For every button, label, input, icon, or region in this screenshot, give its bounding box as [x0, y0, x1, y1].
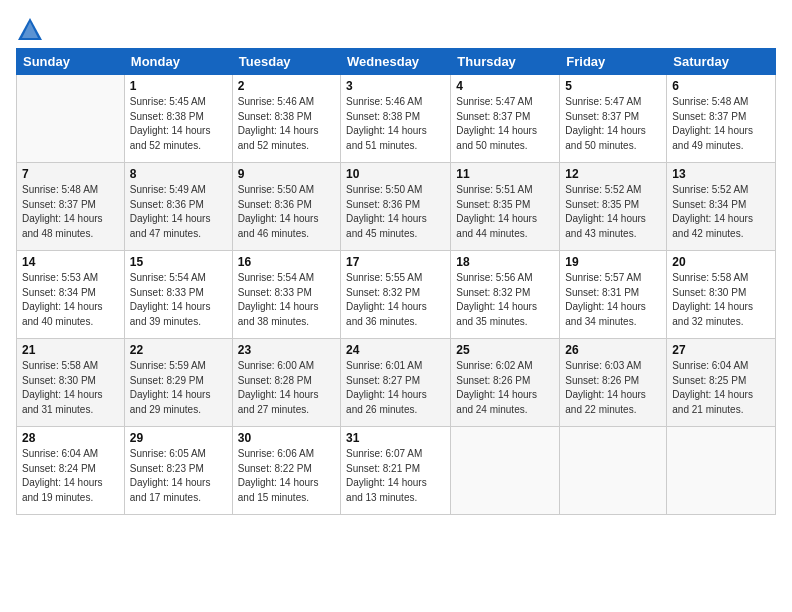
calendar-header: SundayMondayTuesdayWednesdayThursdayFrid…	[17, 49, 776, 75]
calendar-cell: 20Sunrise: 5:58 AM Sunset: 8:30 PM Dayli…	[667, 251, 776, 339]
calendar-cell: 16Sunrise: 5:54 AM Sunset: 8:33 PM Dayli…	[232, 251, 340, 339]
day-number: 11	[456, 167, 554, 181]
day-info: Sunrise: 5:45 AM Sunset: 8:38 PM Dayligh…	[130, 95, 227, 153]
calendar-cell: 28Sunrise: 6:04 AM Sunset: 8:24 PM Dayli…	[17, 427, 125, 515]
day-number: 23	[238, 343, 335, 357]
day-number: 12	[565, 167, 661, 181]
weekday-row: SundayMondayTuesdayWednesdayThursdayFrid…	[17, 49, 776, 75]
calendar-cell: 18Sunrise: 5:56 AM Sunset: 8:32 PM Dayli…	[451, 251, 560, 339]
day-info: Sunrise: 6:00 AM Sunset: 8:28 PM Dayligh…	[238, 359, 335, 417]
calendar: SundayMondayTuesdayWednesdayThursdayFrid…	[16, 48, 776, 515]
day-number: 20	[672, 255, 770, 269]
calendar-cell: 4Sunrise: 5:47 AM Sunset: 8:37 PM Daylig…	[451, 75, 560, 163]
calendar-cell: 22Sunrise: 5:59 AM Sunset: 8:29 PM Dayli…	[124, 339, 232, 427]
calendar-cell	[17, 75, 125, 163]
day-number: 28	[22, 431, 119, 445]
logo-icon	[16, 16, 44, 44]
calendar-cell: 6Sunrise: 5:48 AM Sunset: 8:37 PM Daylig…	[667, 75, 776, 163]
day-number: 26	[565, 343, 661, 357]
day-number: 21	[22, 343, 119, 357]
calendar-cell: 25Sunrise: 6:02 AM Sunset: 8:26 PM Dayli…	[451, 339, 560, 427]
day-info: Sunrise: 5:48 AM Sunset: 8:37 PM Dayligh…	[672, 95, 770, 153]
day-info: Sunrise: 6:03 AM Sunset: 8:26 PM Dayligh…	[565, 359, 661, 417]
calendar-cell: 31Sunrise: 6:07 AM Sunset: 8:21 PM Dayli…	[341, 427, 451, 515]
day-number: 9	[238, 167, 335, 181]
day-info: Sunrise: 5:47 AM Sunset: 8:37 PM Dayligh…	[565, 95, 661, 153]
calendar-cell	[667, 427, 776, 515]
calendar-cell: 11Sunrise: 5:51 AM Sunset: 8:35 PM Dayli…	[451, 163, 560, 251]
calendar-cell: 1Sunrise: 5:45 AM Sunset: 8:38 PM Daylig…	[124, 75, 232, 163]
weekday-header-saturday: Saturday	[667, 49, 776, 75]
day-info: Sunrise: 5:46 AM Sunset: 8:38 PM Dayligh…	[238, 95, 335, 153]
day-info: Sunrise: 6:01 AM Sunset: 8:27 PM Dayligh…	[346, 359, 445, 417]
calendar-cell: 12Sunrise: 5:52 AM Sunset: 8:35 PM Dayli…	[560, 163, 667, 251]
calendar-cell: 21Sunrise: 5:58 AM Sunset: 8:30 PM Dayli…	[17, 339, 125, 427]
day-info: Sunrise: 5:55 AM Sunset: 8:32 PM Dayligh…	[346, 271, 445, 329]
logo	[16, 16, 46, 44]
day-info: Sunrise: 5:48 AM Sunset: 8:37 PM Dayligh…	[22, 183, 119, 241]
calendar-cell: 13Sunrise: 5:52 AM Sunset: 8:34 PM Dayli…	[667, 163, 776, 251]
day-number: 8	[130, 167, 227, 181]
day-info: Sunrise: 5:46 AM Sunset: 8:38 PM Dayligh…	[346, 95, 445, 153]
week-row-2: 7Sunrise: 5:48 AM Sunset: 8:37 PM Daylig…	[17, 163, 776, 251]
week-row-1: 1Sunrise: 5:45 AM Sunset: 8:38 PM Daylig…	[17, 75, 776, 163]
calendar-body: 1Sunrise: 5:45 AM Sunset: 8:38 PM Daylig…	[17, 75, 776, 515]
calendar-cell: 7Sunrise: 5:48 AM Sunset: 8:37 PM Daylig…	[17, 163, 125, 251]
calendar-cell: 3Sunrise: 5:46 AM Sunset: 8:38 PM Daylig…	[341, 75, 451, 163]
week-row-4: 21Sunrise: 5:58 AM Sunset: 8:30 PM Dayli…	[17, 339, 776, 427]
day-number: 2	[238, 79, 335, 93]
day-info: Sunrise: 5:59 AM Sunset: 8:29 PM Dayligh…	[130, 359, 227, 417]
header	[16, 16, 776, 44]
day-info: Sunrise: 5:50 AM Sunset: 8:36 PM Dayligh…	[238, 183, 335, 241]
calendar-cell: 10Sunrise: 5:50 AM Sunset: 8:36 PM Dayli…	[341, 163, 451, 251]
day-info: Sunrise: 6:02 AM Sunset: 8:26 PM Dayligh…	[456, 359, 554, 417]
day-info: Sunrise: 5:56 AM Sunset: 8:32 PM Dayligh…	[456, 271, 554, 329]
day-info: Sunrise: 5:51 AM Sunset: 8:35 PM Dayligh…	[456, 183, 554, 241]
calendar-cell: 27Sunrise: 6:04 AM Sunset: 8:25 PM Dayli…	[667, 339, 776, 427]
day-number: 19	[565, 255, 661, 269]
week-row-3: 14Sunrise: 5:53 AM Sunset: 8:34 PM Dayli…	[17, 251, 776, 339]
day-info: Sunrise: 5:52 AM Sunset: 8:35 PM Dayligh…	[565, 183, 661, 241]
day-info: Sunrise: 6:04 AM Sunset: 8:25 PM Dayligh…	[672, 359, 770, 417]
weekday-header-thursday: Thursday	[451, 49, 560, 75]
calendar-cell: 26Sunrise: 6:03 AM Sunset: 8:26 PM Dayli…	[560, 339, 667, 427]
day-info: Sunrise: 5:50 AM Sunset: 8:36 PM Dayligh…	[346, 183, 445, 241]
day-number: 3	[346, 79, 445, 93]
calendar-cell: 17Sunrise: 5:55 AM Sunset: 8:32 PM Dayli…	[341, 251, 451, 339]
day-number: 5	[565, 79, 661, 93]
day-info: Sunrise: 5:47 AM Sunset: 8:37 PM Dayligh…	[456, 95, 554, 153]
week-row-5: 28Sunrise: 6:04 AM Sunset: 8:24 PM Dayli…	[17, 427, 776, 515]
day-number: 31	[346, 431, 445, 445]
calendar-cell: 8Sunrise: 5:49 AM Sunset: 8:36 PM Daylig…	[124, 163, 232, 251]
day-number: 13	[672, 167, 770, 181]
day-number: 6	[672, 79, 770, 93]
weekday-header-tuesday: Tuesday	[232, 49, 340, 75]
calendar-cell: 9Sunrise: 5:50 AM Sunset: 8:36 PM Daylig…	[232, 163, 340, 251]
day-info: Sunrise: 6:04 AM Sunset: 8:24 PM Dayligh…	[22, 447, 119, 505]
day-number: 18	[456, 255, 554, 269]
day-info: Sunrise: 6:05 AM Sunset: 8:23 PM Dayligh…	[130, 447, 227, 505]
calendar-cell	[560, 427, 667, 515]
day-number: 25	[456, 343, 554, 357]
calendar-cell: 15Sunrise: 5:54 AM Sunset: 8:33 PM Dayli…	[124, 251, 232, 339]
day-number: 30	[238, 431, 335, 445]
calendar-cell: 30Sunrise: 6:06 AM Sunset: 8:22 PM Dayli…	[232, 427, 340, 515]
day-info: Sunrise: 6:06 AM Sunset: 8:22 PM Dayligh…	[238, 447, 335, 505]
day-info: Sunrise: 6:07 AM Sunset: 8:21 PM Dayligh…	[346, 447, 445, 505]
day-number: 22	[130, 343, 227, 357]
calendar-cell	[451, 427, 560, 515]
weekday-header-wednesday: Wednesday	[341, 49, 451, 75]
calendar-cell: 29Sunrise: 6:05 AM Sunset: 8:23 PM Dayli…	[124, 427, 232, 515]
day-number: 10	[346, 167, 445, 181]
weekday-header-sunday: Sunday	[17, 49, 125, 75]
day-info: Sunrise: 5:57 AM Sunset: 8:31 PM Dayligh…	[565, 271, 661, 329]
weekday-header-monday: Monday	[124, 49, 232, 75]
day-number: 4	[456, 79, 554, 93]
calendar-cell: 19Sunrise: 5:57 AM Sunset: 8:31 PM Dayli…	[560, 251, 667, 339]
day-number: 17	[346, 255, 445, 269]
calendar-cell: 5Sunrise: 5:47 AM Sunset: 8:37 PM Daylig…	[560, 75, 667, 163]
day-info: Sunrise: 5:58 AM Sunset: 8:30 PM Dayligh…	[22, 359, 119, 417]
day-number: 27	[672, 343, 770, 357]
day-number: 1	[130, 79, 227, 93]
calendar-cell: 24Sunrise: 6:01 AM Sunset: 8:27 PM Dayli…	[341, 339, 451, 427]
